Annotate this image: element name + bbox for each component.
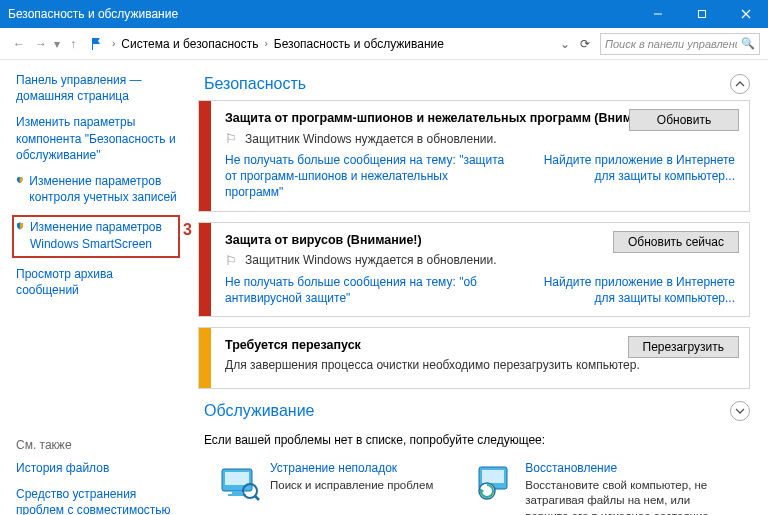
- maintenance-heading: Обслуживание: [204, 402, 314, 420]
- minimize-icon: [653, 9, 663, 19]
- sidebar-link-compat[interactable]: Средство устранения проблем с совместимо…: [16, 486, 178, 515]
- chevron-down-icon: [735, 406, 745, 416]
- sidebar-link-change-params[interactable]: Изменить параметры компонента "Безопасно…: [16, 114, 178, 163]
- dismiss-link[interactable]: Не получать больше сообщения на тему: "з…: [225, 152, 505, 201]
- sidebar-link-history[interactable]: История файлов: [16, 460, 178, 476]
- tile-title: Устранение неполадок: [270, 461, 433, 475]
- chevron-right-icon: ›: [112, 38, 115, 49]
- alert-message: Защитник Windows нуждается в обновлении.: [245, 253, 497, 267]
- annotation-callout: Изменение параметров Windows SmartScreen…: [12, 215, 180, 257]
- sidebar: Панель управления — домашняя страница Из…: [0, 60, 188, 515]
- history-dropdown[interactable]: ▾: [54, 37, 60, 51]
- sidebar-link-home[interactable]: Панель управления — домашняя страница: [16, 72, 178, 104]
- recovery-icon: [473, 461, 515, 503]
- troubleshoot-icon: [218, 461, 260, 503]
- navigation-toolbar: ← → ▾ ↑ › Система и безопасность › Безоп…: [0, 28, 768, 60]
- svg-line-9: [255, 496, 259, 500]
- shield-icon: [16, 173, 23, 187]
- update-now-button[interactable]: Обновить сейчас: [613, 231, 739, 253]
- find-app-link[interactable]: Найдите приложение в Интернете для защит…: [525, 152, 735, 201]
- alert-card-virus: Защита от вирусов (Внимание!) Обновить с…: [198, 222, 750, 317]
- window-title: Безопасность и обслуживание: [8, 7, 178, 21]
- security-heading: Безопасность: [204, 75, 306, 93]
- maximize-icon: [697, 9, 707, 19]
- window-titlebar: Безопасность и обслуживание: [0, 0, 768, 28]
- search-box[interactable]: 🔍: [600, 33, 760, 55]
- main-content: Безопасность Защита от программ-шпионов …: [188, 60, 768, 515]
- breadcrumb-dropdown[interactable]: ⌄: [560, 37, 570, 51]
- sidebar-link-smartscreen[interactable]: Изменение параметров Windows SmartScreen: [16, 219, 176, 251]
- search-input[interactable]: [605, 38, 737, 50]
- sidebar-link-uac[interactable]: Изменение параметров контроля учетных за…: [16, 173, 178, 205]
- update-button[interactable]: Обновить: [629, 109, 739, 131]
- flag-icon: ⚐: [225, 253, 237, 268]
- tile-title: Восстановление: [525, 461, 735, 475]
- chevron-up-icon: [735, 79, 745, 89]
- maintenance-section-header[interactable]: Обслуживание: [198, 401, 750, 421]
- find-app-link[interactable]: Найдите приложение в Интернете для защит…: [525, 274, 735, 306]
- help-prompt: Если вашей проблемы нет в списке, попроб…: [204, 433, 750, 447]
- severity-stripe: [199, 101, 211, 211]
- breadcrumb-item-system[interactable]: Система и безопасность: [121, 37, 258, 51]
- tile-troubleshoot[interactable]: Устранение неполадок Поиск и исправление…: [218, 461, 433, 515]
- shield-icon: [16, 219, 24, 233]
- back-button[interactable]: ←: [8, 33, 30, 55]
- alert-message: Защитник Windows нуждается в обновлении.: [245, 132, 497, 146]
- refresh-button[interactable]: ⟳: [580, 37, 590, 51]
- sidebar-link-archive[interactable]: Просмотр архива сообщений: [16, 266, 178, 298]
- alert-card-spyware: Защита от программ-шпионов и нежелательн…: [198, 100, 750, 212]
- search-icon: 🔍: [741, 37, 755, 50]
- svg-rect-5: [225, 472, 249, 485]
- tile-desc: Поиск и исправление проблем: [270, 478, 433, 494]
- breadcrumb: › Система и безопасность › Безопасность …: [90, 36, 560, 52]
- alert-card-restart: Требуется перезапуск Перезагрузить Для з…: [198, 327, 750, 389]
- severity-stripe: [199, 223, 211, 316]
- dismiss-link[interactable]: Не получать больше сообщения на тему: "о…: [225, 274, 505, 306]
- security-section-header[interactable]: Безопасность: [198, 74, 750, 94]
- up-button[interactable]: ↑: [62, 33, 84, 55]
- see-also-header: См. также: [16, 438, 178, 452]
- alert-message: Для завершения процесса очистки необходи…: [225, 358, 640, 372]
- forward-button[interactable]: →: [30, 33, 52, 55]
- flag-icon: ⚐: [225, 131, 237, 146]
- svg-rect-11: [482, 470, 504, 483]
- breadcrumb-item-security[interactable]: Безопасность и обслуживание: [274, 37, 444, 51]
- svg-rect-6: [232, 491, 242, 494]
- tile-desc: Восстановите свой компьютер, не затрагив…: [525, 478, 735, 515]
- svg-rect-1: [699, 11, 706, 18]
- expand-button[interactable]: [730, 401, 750, 421]
- restart-button[interactable]: Перезагрузить: [628, 336, 739, 358]
- maximize-button[interactable]: [680, 0, 724, 28]
- minimize-button[interactable]: [636, 0, 680, 28]
- severity-stripe: [199, 328, 211, 388]
- close-button[interactable]: [724, 0, 768, 28]
- collapse-button[interactable]: [730, 74, 750, 94]
- tile-recovery[interactable]: Восстановление Восстановите свой компьют…: [473, 461, 735, 515]
- close-icon: [741, 9, 751, 19]
- annotation-label: 3: [183, 221, 192, 239]
- chevron-right-icon: ›: [264, 38, 267, 49]
- shield-flag-icon: [90, 36, 106, 52]
